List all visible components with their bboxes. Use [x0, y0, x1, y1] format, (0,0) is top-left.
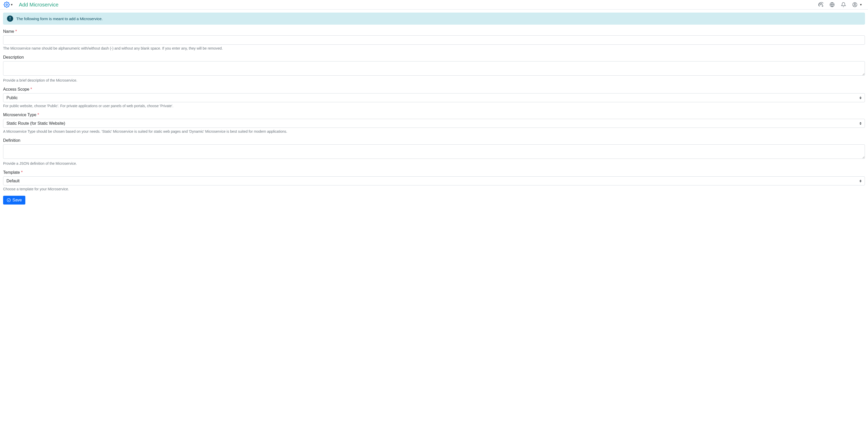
header-left: ▼ Add Microservice — [4, 2, 58, 8]
label-microservice-type: Microservice Type * — [3, 113, 865, 117]
check-circle-icon — [7, 198, 11, 202]
user-menu[interactable]: ▼ — [852, 2, 862, 7]
form-group-description: Description Provide a brief description … — [3, 55, 865, 83]
caret-down-icon: ▼ — [860, 3, 862, 6]
name-input[interactable] — [3, 35, 865, 45]
dashboard-icon[interactable] — [818, 2, 823, 7]
label-definition: Definition — [3, 138, 865, 143]
logo-dropdown[interactable]: ▼ — [4, 2, 13, 8]
content-area: ! The following form is meant to add a M… — [0, 9, 868, 208]
globe-icon[interactable] — [830, 2, 835, 7]
help-microservice-type: A Microservice Type should be chosen bas… — [3, 129, 865, 133]
svg-point-6 — [7, 198, 10, 202]
template-select[interactable]: Default — [3, 176, 865, 185]
microservice-type-select[interactable]: Static Route (for Static Website) — [3, 119, 865, 128]
label-template: Template * — [3, 170, 865, 175]
info-banner-text: The following form is meant to add a Mic… — [16, 17, 102, 21]
label-name: Name * — [3, 29, 865, 34]
description-textarea[interactable] — [3, 61, 865, 76]
svg-point-1 — [820, 4, 821, 5]
help-description: Provide a brief description of the Micro… — [3, 78, 865, 83]
form-group-name: Name * The Microservice name should be a… — [3, 29, 865, 50]
label-access-scope: Access Scope * — [3, 87, 865, 92]
caret-down-icon: ▼ — [10, 3, 13, 6]
help-definition: Provide a JSON definition of the Microse… — [3, 161, 865, 165]
required-asterisk: * — [15, 29, 17, 34]
label-description: Description — [3, 55, 865, 60]
required-asterisk: * — [30, 87, 32, 91]
page-title: Add Microservice — [19, 2, 58, 8]
svg-point-5 — [854, 3, 855, 5]
access-scope-select[interactable]: Public — [3, 93, 865, 102]
gear-code-icon — [4, 2, 10, 8]
header-right: ▼ — [818, 2, 864, 7]
info-icon: ! — [7, 15, 13, 22]
help-template: Choose a template for your Microservice. — [3, 187, 865, 191]
form-group-definition: Definition Provide a JSON definition of … — [3, 138, 865, 165]
required-asterisk: * — [21, 170, 23, 175]
definition-textarea[interactable] — [3, 144, 865, 159]
form-group-template: Template * Default Choose a template for… — [3, 170, 865, 191]
form-group-microservice-type: Microservice Type * Static Route (for St… — [3, 113, 865, 133]
page-header: ▼ Add Microservice ▼ — [0, 0, 868, 9]
bell-icon[interactable] — [841, 2, 846, 7]
user-circle-icon — [852, 2, 858, 7]
info-banner: ! The following form is meant to add a M… — [3, 13, 865, 25]
required-asterisk: * — [37, 113, 39, 117]
save-button-label: Save — [12, 198, 22, 202]
save-button[interactable]: Save — [3, 196, 25, 205]
help-name: The Microservice name should be alphanum… — [3, 46, 865, 50]
help-access-scope: For public website, choose 'Public'. For… — [3, 104, 865, 108]
form-group-access-scope: Access Scope * Public For public website… — [3, 87, 865, 108]
svg-point-0 — [6, 4, 7, 5]
